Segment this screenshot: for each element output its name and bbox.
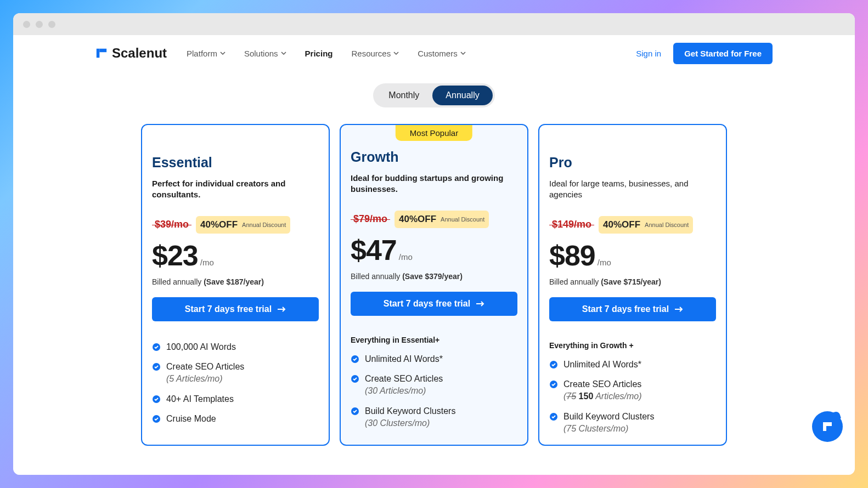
- start-trial-button[interactable]: Start 7 days free trial: [152, 297, 319, 321]
- logo[interactable]: Scalenut: [95, 46, 167, 61]
- window-min-dot[interactable]: [36, 21, 43, 28]
- price-row: $79/mo 40%OFF Annual Discount: [351, 211, 517, 228]
- logo-icon: [95, 47, 108, 59]
- check-circle-icon: [152, 362, 161, 371]
- chevron-down-icon: [393, 50, 399, 56]
- get-started-button[interactable]: Get Started for Free: [673, 43, 773, 64]
- start-trial-button[interactable]: Start 7 days free trial: [549, 297, 716, 321]
- browser-window: Scalenut Platform Solutions Pricing Reso…: [13, 13, 855, 475]
- plans-row: Essential Perfect for individual creator…: [95, 124, 773, 446]
- big-price: $89 /mo: [549, 239, 716, 272]
- plan-desc: Ideal for budding startups and growing b…: [351, 173, 517, 195]
- feature-item: Unlimited AI Words*: [351, 353, 517, 365]
- big-price: $47 /mo: [351, 234, 517, 266]
- billed-text: Billed annually (Save $379/year): [351, 272, 517, 281]
- feature-item: Cruise Mode: [152, 413, 319, 425]
- check-circle-icon: [351, 407, 359, 416]
- billed-text: Billed annually (Save $187/year): [152, 277, 319, 286]
- nav-resources[interactable]: Resources: [351, 49, 399, 58]
- plan-pro: Pro Ideal for large teams, businesses, a…: [538, 124, 727, 446]
- discount-badge: 40%OFF Annual Discount: [599, 216, 693, 234]
- nav-solutions[interactable]: Solutions: [244, 49, 286, 58]
- nav-customers[interactable]: Customers: [418, 49, 466, 58]
- window-max-dot[interactable]: [48, 21, 55, 28]
- navbar: Scalenut Platform Solutions Pricing Reso…: [95, 35, 773, 71]
- svg-rect-13: [826, 422, 832, 426]
- window-close-dot[interactable]: [23, 21, 30, 28]
- svg-rect-1: [99, 49, 106, 52]
- feature-item: Unlimited AI Words*: [549, 359, 716, 371]
- billing-toggle: Monthly Annually: [95, 83, 773, 107]
- billed-text: Billed annually (Save $715/year): [549, 277, 716, 286]
- price-row: $39/mo 40%OFF Annual Discount: [152, 216, 319, 234]
- chevron-down-icon: [220, 50, 226, 56]
- plan-name: Growth: [351, 149, 517, 165]
- feature-list: Unlimited AI Words* Create SEO Articles …: [549, 359, 716, 435]
- page: Scalenut Platform Solutions Pricing Reso…: [13, 35, 855, 475]
- original-price: $39/mo: [152, 217, 191, 232]
- feature-item: Build Keyword Clusters (75 Clusters/mo): [549, 411, 716, 435]
- chevron-down-icon: [460, 50, 466, 56]
- chat-widget-button[interactable]: [812, 411, 843, 442]
- everything-label: Everything in Essential+: [351, 336, 517, 344]
- check-circle-icon: [351, 374, 359, 383]
- svg-rect-12: [823, 422, 826, 431]
- arrow-right-icon: [674, 306, 683, 313]
- discount-badge: 40%OFF Annual Discount: [196, 216, 290, 234]
- toggle: Monthly Annually: [373, 83, 494, 107]
- browser-header: [13, 13, 855, 35]
- nav-platform[interactable]: Platform: [187, 49, 226, 58]
- check-circle-icon: [549, 360, 558, 369]
- big-price: $23 /mo: [152, 239, 319, 272]
- feature-list: 100,000 AI Words Create SEO Articles (5 …: [152, 341, 319, 425]
- feature-item: Create SEO Articles (30 Articles/mo): [351, 373, 517, 398]
- arrow-right-icon: [476, 300, 484, 307]
- original-price: $79/mo: [351, 212, 390, 226]
- plan-name: Pro: [549, 155, 716, 171]
- feature-list: Unlimited AI Words* Create SEO Articles …: [351, 353, 517, 430]
- plan-name: Essential: [152, 155, 319, 171]
- svg-rect-0: [97, 49, 100, 58]
- chevron-down-icon: [281, 50, 286, 56]
- nav-links: Platform Solutions Pricing Resources Cus…: [187, 49, 466, 58]
- original-price: $149/mo: [549, 217, 594, 232]
- toggle-monthly[interactable]: Monthly: [375, 86, 432, 105]
- price-row: $149/mo 40%OFF Annual Discount: [549, 216, 716, 234]
- plan-desc: Ideal for large teams, businesses, and a…: [549, 178, 716, 201]
- check-circle-icon: [152, 395, 161, 404]
- feature-item: 40+ AI Templates: [152, 393, 319, 405]
- signin-link[interactable]: Sign in: [636, 49, 661, 58]
- check-circle-icon: [549, 380, 558, 389]
- everything-label: Everything in Growth +: [549, 341, 716, 350]
- nav-pricing[interactable]: Pricing: [305, 49, 333, 58]
- check-circle-icon: [549, 412, 558, 421]
- toggle-annually[interactable]: Annually: [432, 86, 492, 105]
- start-trial-button[interactable]: Start 7 days free trial: [351, 292, 517, 316]
- logo-icon: [821, 420, 834, 433]
- check-circle-icon: [152, 415, 161, 423]
- plan-growth: Most Popular Growth Ideal for budding st…: [340, 124, 528, 446]
- arrow-right-icon: [277, 306, 286, 313]
- brand-text: Scalenut: [112, 46, 167, 61]
- nav-right: Sign in Get Started for Free: [636, 43, 773, 64]
- feature-item: 100,000 AI Words: [152, 341, 319, 353]
- feature-item: Build Keyword Clusters (30 Clusters/mo): [351, 405, 517, 430]
- feature-item: Create SEO Articles (5 Articles/mo): [152, 361, 319, 385]
- plan-desc: Perfect for individual creators and cons…: [152, 178, 319, 201]
- check-circle-icon: [152, 343, 161, 351]
- popular-badge: Most Popular: [396, 125, 472, 141]
- discount-badge: 40%OFF Annual Discount: [394, 211, 489, 228]
- feature-item: Create SEO Articles (75 150 Articles/mo): [549, 378, 716, 403]
- check-circle-icon: [351, 355, 359, 364]
- plan-essential: Essential Perfect for individual creator…: [141, 124, 330, 446]
